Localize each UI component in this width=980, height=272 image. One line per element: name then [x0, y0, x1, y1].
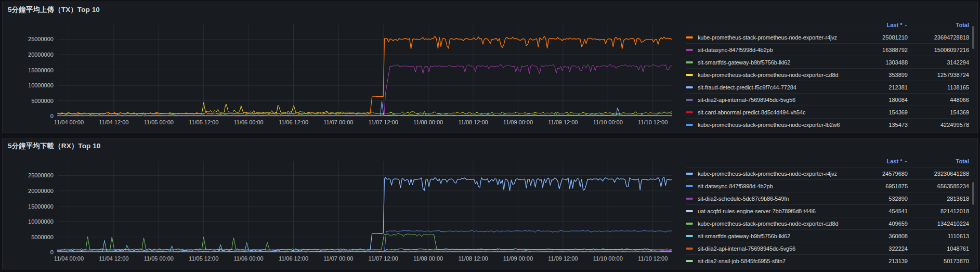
y-axis-label: 5000000 [31, 234, 54, 240]
panel-title-tx[interactable]: 5分鐘平均上傳（TX）Top 10 [3, 2, 100, 18]
x-axis-label: 11/05 12:00 [189, 255, 218, 262]
x-axis-label: 11/09 00:00 [503, 119, 533, 125]
series-last-value: 532890 [857, 196, 908, 202]
series-line [58, 64, 672, 116]
panel-title-rx[interactable]: 5分鐘平均下載（RX）Top 10 [3, 138, 100, 154]
legend-scrollbar[interactable] [972, 158, 974, 260]
series-name[interactable]: kube-prometheus-stack-prometheus-node-ex… [698, 171, 857, 177]
series-color-swatch[interactable] [686, 260, 693, 262]
series-total-value: 15006097216 [908, 47, 969, 53]
series-name[interactable]: kube-prometheus-stack-prometheus-node-ex… [698, 122, 857, 128]
legend-total-label: Total [956, 158, 969, 164]
series-color-swatch[interactable] [686, 86, 693, 88]
series-last-value: 409659 [857, 221, 908, 227]
legend-rows: kube-prometheus-stack-prometheus-node-ex… [686, 31, 969, 131]
series-name[interactable]: kube-prometheus-stack-prometheus-node-ex… [698, 221, 857, 227]
x-axis-label: 11/08 12:00 [458, 255, 488, 262]
series-name[interactable]: sit-diia2-snail-job-5845fc6955-s8tn7 [698, 258, 857, 264]
series-total-value: 2813618 [908, 196, 969, 202]
series-color-swatch[interactable] [686, 111, 693, 113]
series-total-value: 6563585234 [908, 183, 969, 189]
legend-tx: Last * ⌄ Total kube-prometheus-stack-pro… [686, 19, 969, 131]
series-color-swatch[interactable] [686, 173, 693, 175]
series-line [58, 102, 672, 114]
series-last-value: 322224 [857, 245, 908, 252]
series-name[interactable]: sit-diia2-schedule-5dc87c9b86-549fn [698, 196, 857, 202]
series-name[interactable]: kube-prometheus-stack-prometheus-node-ex… [698, 34, 857, 41]
series-total-value: 50173870 [908, 258, 969, 264]
series-last-value: 154369 [857, 109, 908, 115]
legend-row: sit-diia2-api-internal-75698945dc-5vg561… [686, 93, 969, 106]
series-name[interactable]: sit-smartfds-gateway-b9bf5756b-lkl62 [698, 233, 857, 239]
x-axis-label: 11/04 12:00 [99, 255, 128, 262]
series-line [58, 234, 672, 250]
series-last-value: 360808 [857, 233, 908, 239]
legend-sort-total[interactable]: Total [908, 22, 969, 28]
legend-row: sit-smartfds-gateway-b9bf5756b-lkl621303… [686, 56, 969, 68]
series-color-swatch[interactable] [686, 124, 693, 126]
series-color-swatch[interactable] [686, 248, 693, 250]
series-name[interactable]: sit-card-abnormal-predict-8d5c4d494-vh54… [698, 109, 857, 115]
y-axis-label: 25000000 [28, 172, 54, 178]
series-name[interactable]: sit-smartfds-gateway-b9bf5756b-lkl62 [698, 59, 857, 66]
series-last-value: 353899 [857, 72, 908, 78]
y-axis-label: 0 [50, 113, 54, 119]
series-color-swatch[interactable] [686, 61, 693, 63]
panel-tx: 0500000010000000150000002000000025000000… [2, 2, 978, 133]
legend-row: kube-prometheus-stack-prometheus-node-ex… [686, 118, 969, 131]
series-color-swatch[interactable] [686, 210, 693, 212]
x-axis-label: 11/07 00:00 [323, 119, 353, 125]
x-axis-label: 11/10 12:00 [638, 255, 668, 262]
series-last-value: 25081210 [857, 34, 908, 41]
legend-header: Last * ⌄ Total [686, 19, 969, 31]
series-color-swatch[interactable] [686, 235, 693, 237]
legend-row: sit-diia2-schedule-5dc87c9b86-549fn53289… [686, 192, 969, 204]
series-name[interactable]: uat-acqfd-rules-engine-server-7bb789f6d8… [698, 208, 857, 214]
sort-caret-icon: ⌄ [904, 22, 908, 27]
series-color-swatch[interactable] [686, 74, 693, 76]
legend-row: sit-fraud-detect-predict-f5c6f7c44-77284… [686, 81, 969, 93]
sort-caret-icon: ⌄ [904, 159, 908, 163]
x-axis-label: 11/08 12:00 [458, 119, 488, 125]
series-color-swatch[interactable] [686, 185, 693, 187]
x-axis-label: 11/10 00:00 [593, 255, 623, 262]
legend-row: sit-smartfds-gateway-b9bf5756b-lkl623608… [686, 229, 969, 242]
x-axis-label: 11/09 00:00 [503, 255, 533, 262]
series-name[interactable]: sit-diia2-api-internal-75698945dc-5vg56 [698, 97, 857, 103]
legend-row: sit-datasync-847f5998d-4b2pb163887921500… [686, 43, 969, 56]
legend-scrollbar-thumb[interactable] [972, 26, 974, 49]
series-last-value: 213139 [857, 258, 908, 264]
series-total-value: 1110613 [908, 233, 969, 239]
legend-sort-last[interactable]: Last * ⌄ [857, 158, 908, 164]
series-name[interactable]: sit-datasync-847f5998d-4b2pb [698, 183, 857, 189]
series-name[interactable]: kube-prometheus-stack-prometheus-node-ex… [698, 72, 857, 78]
x-axis-label: 11/06 12:00 [279, 255, 308, 262]
x-axis-label: 11/05 12:00 [189, 119, 218, 125]
series-total-value: 821412018 [908, 208, 969, 214]
series-color-swatch[interactable] [686, 99, 693, 101]
y-axis-label: 5000000 [31, 98, 54, 104]
series-name[interactable]: sit-datasync-847f5998d-4b2pb [698, 47, 857, 53]
x-axis-label: 11/07 12:00 [369, 119, 398, 125]
legend-sort-last[interactable]: Last * ⌄ [857, 22, 908, 28]
legend-scrollbar-thumb[interactable] [972, 182, 974, 205]
x-axis-label: 11/06 00:00 [234, 119, 264, 125]
series-color-swatch[interactable] [686, 36, 693, 38]
x-axis-label: 11/07 00:00 [323, 255, 353, 262]
legend-scrollbar[interactable] [972, 22, 974, 124]
x-axis-label: 11/10 00:00 [593, 119, 623, 125]
series-name[interactable]: sit-fraud-detect-predict-f5c6f7c44-77284 [698, 84, 857, 90]
x-axis-label: 11/06 12:00 [279, 119, 308, 125]
series-color-swatch[interactable] [686, 49, 693, 51]
series-color-swatch[interactable] [686, 223, 693, 225]
series-last-value: 1303488 [857, 59, 908, 66]
series-name[interactable]: sit-diia2-api-internal-75698945dc-5vg56 [698, 245, 857, 252]
series-line [58, 230, 672, 252]
series-total-value: 1048761 [908, 245, 969, 252]
series-color-swatch[interactable] [686, 198, 693, 200]
legend-sort-total[interactable]: Total [908, 158, 969, 164]
legend-row: kube-prometheus-stack-prometheus-node-ex… [686, 217, 969, 229]
legend-row: uat-acqfd-rules-engine-server-7bb789f6d8… [686, 204, 969, 217]
panel-rx: 0500000010000000150000002000000025000000… [2, 138, 978, 269]
legend-row: sit-diia2-snail-job-5845fc6955-s8tn72131… [686, 254, 969, 267]
